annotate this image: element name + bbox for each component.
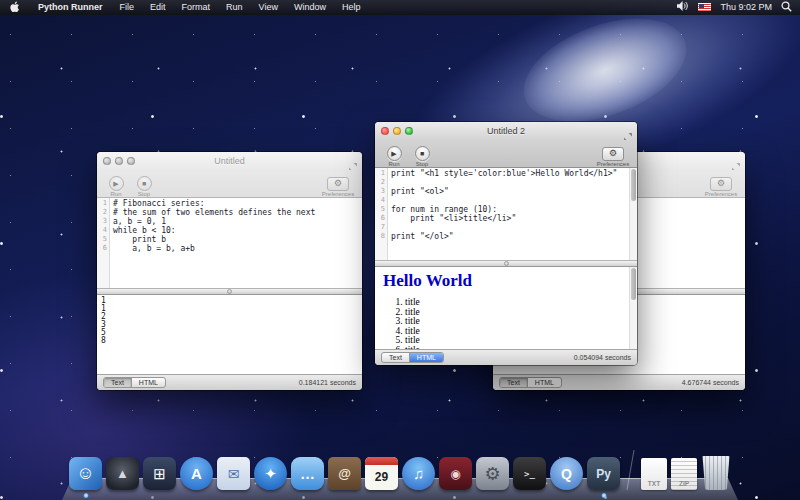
txt-file-dock-icon[interactable]: TXT	[641, 458, 667, 490]
keyboard-layout-flag-icon[interactable]	[698, 3, 711, 11]
menu-edit[interactable]: Edit	[142, 2, 174, 12]
execution-time: 4.676744 seconds	[682, 379, 739, 386]
safari-dock-icon[interactable]: ✦	[254, 457, 287, 490]
stop-button[interactable]: ■ Stop	[131, 172, 157, 197]
toolbar: ▶ Run ■ Stop ⚙ Preferences	[97, 170, 362, 198]
gear-icon: ⚙	[717, 179, 725, 188]
menu-help[interactable]: Help	[334, 2, 369, 12]
menu-window[interactable]: Window	[286, 2, 334, 12]
status-bar: Text HTML 0.054094 seconds	[375, 349, 637, 365]
view-mode-segmented-control: Text HTML	[103, 377, 166, 388]
dock-separator	[626, 450, 634, 490]
volume-icon[interactable]	[677, 1, 689, 13]
code-text: # Fibonacci series: # the sum of two ele…	[110, 198, 362, 288]
minimize-button[interactable]	[115, 157, 123, 165]
execution-time: 0.184121 seconds	[299, 379, 356, 386]
rendered-list: title title title title title title	[375, 298, 637, 349]
list-item: title	[405, 317, 637, 327]
play-icon: ▶	[113, 180, 118, 187]
terminal-dock-icon[interactable]: >_	[513, 457, 546, 490]
dock: ☺ ▲ ⊞ A ✉ ✦ … @ 29 ♫ ◉ ⚙ >_ Q Py TXT ZIP	[0, 444, 800, 500]
pane-splitter[interactable]	[97, 288, 362, 295]
menu-file[interactable]: File	[112, 2, 143, 12]
desktop: Python Runner File Edit Format Run View …	[0, 0, 800, 500]
status-bar: Text HTML 0.184121 seconds	[97, 374, 362, 390]
title-bar[interactable]: Untitled	[97, 152, 362, 170]
app-menu-name[interactable]: Python Runner	[29, 2, 112, 12]
mission-control-dock-icon[interactable]: ⊞	[143, 457, 176, 490]
apple-menu-icon[interactable]	[0, 1, 29, 13]
view-mode-segmented-control: Text HTML	[499, 377, 562, 388]
quicktime-dock-icon[interactable]: Q	[550, 457, 583, 490]
stop-icon: ■	[142, 180, 146, 187]
calendar-dock-icon[interactable]: 29	[365, 457, 398, 490]
close-button[interactable]	[381, 127, 389, 135]
run-button[interactable]: ▶ Run	[381, 142, 407, 167]
rendered-heading: Hello World	[383, 271, 637, 291]
window-title: Untitled	[214, 156, 245, 166]
scrollbar[interactable]	[629, 168, 637, 260]
list-item: title	[405, 327, 637, 337]
list-item: title	[405, 298, 637, 308]
zip-file-dock-icon[interactable]: ZIP	[671, 458, 697, 490]
stop-icon: ■	[420, 150, 424, 157]
running-indicator	[601, 493, 606, 498]
close-button[interactable]	[103, 157, 111, 165]
pane-splitter[interactable]	[375, 260, 637, 267]
code-editor[interactable]: 1 2 3 4 5 6 # Fibonacci series: # the su…	[97, 198, 362, 288]
view-mode-segmented-control: Text HTML	[381, 352, 444, 363]
scrollbar-thumb[interactable]	[631, 169, 636, 201]
tab-html[interactable]: HTML	[131, 378, 165, 387]
window-untitled: Untitled ▶ Run ■ Stop ⚙ Preferences 1 2	[97, 152, 362, 390]
list-item: title	[405, 308, 637, 318]
play-icon: ▶	[391, 150, 396, 157]
splitter-dimple-icon	[504, 261, 509, 266]
zoom-button[interactable]	[127, 157, 135, 165]
tab-text[interactable]: Text	[500, 378, 527, 387]
scrollbar-thumb[interactable]	[631, 268, 636, 300]
python-runner-dock-icon[interactable]: Py	[587, 457, 620, 490]
preferences-button[interactable]: ⚙ Preferences	[701, 172, 741, 197]
photo-booth-dock-icon[interactable]: ◉	[439, 457, 472, 490]
list-item: title	[405, 336, 637, 346]
menu-format[interactable]: Format	[174, 2, 219, 12]
zoom-button[interactable]	[405, 127, 413, 135]
execution-time: 0.054094 seconds	[574, 354, 631, 361]
gear-icon: ⚙	[334, 179, 342, 188]
app-store-dock-icon[interactable]: A	[180, 457, 213, 490]
title-bar[interactable]: Untitled 2	[375, 122, 637, 140]
line-number-gutter: 1 2 3 4 5 6	[97, 198, 110, 288]
stop-button[interactable]: ■ Stop	[409, 142, 435, 167]
ichat-dock-icon[interactable]: …	[291, 457, 324, 490]
menu-view[interactable]: View	[251, 2, 286, 12]
output-pane[interactable]: 1 1 2 3 5 8	[97, 295, 362, 374]
spotlight-icon[interactable]	[781, 1, 792, 14]
status-bar: Text HTML 4.676744 seconds	[493, 374, 745, 390]
tab-text[interactable]: Text	[382, 353, 409, 362]
gear-icon: ⚙	[609, 149, 617, 158]
minimize-button[interactable]	[393, 127, 401, 135]
launchpad-dock-icon[interactable]: ▲	[106, 457, 139, 490]
run-button[interactable]: ▶ Run	[103, 172, 129, 197]
code-text: print "<h1 style='color:blue'>Hello Worl…	[388, 168, 637, 260]
trash-dock-icon[interactable]	[701, 456, 731, 490]
tab-html[interactable]: HTML	[409, 353, 443, 362]
address-book-dock-icon[interactable]: @	[328, 457, 361, 490]
list-item: title	[405, 346, 637, 350]
finder-dock-icon[interactable]: ☺	[69, 457, 102, 490]
scrollbar[interactable]	[629, 267, 637, 349]
preferences-button[interactable]: ⚙ Preferences	[593, 142, 633, 167]
tab-text[interactable]: Text	[104, 378, 131, 387]
html-output-pane[interactable]: Hello World title title title title titl…	[375, 267, 637, 349]
tab-html[interactable]: HTML	[527, 378, 561, 387]
system-preferences-dock-icon[interactable]: ⚙	[476, 457, 509, 490]
itunes-dock-icon[interactable]: ♫	[402, 457, 435, 490]
mail-dock-icon[interactable]: ✉	[217, 457, 250, 490]
menu-bar-clock[interactable]: Thu 9:02 PM	[720, 2, 772, 12]
menu-run[interactable]: Run	[218, 2, 251, 12]
code-editor[interactable]: 1 2 3 4 5 6 7 8 print "<h1 style='color:…	[375, 168, 637, 260]
running-indicator	[83, 493, 88, 498]
menu-bar: Python Runner File Edit Format Run View …	[0, 0, 800, 15]
window-untitled-2: Untitled 2 ▶ Run ■ Stop ⚙ Preferences 1 …	[375, 122, 637, 365]
preferences-button[interactable]: ⚙ Preferences	[318, 172, 358, 197]
